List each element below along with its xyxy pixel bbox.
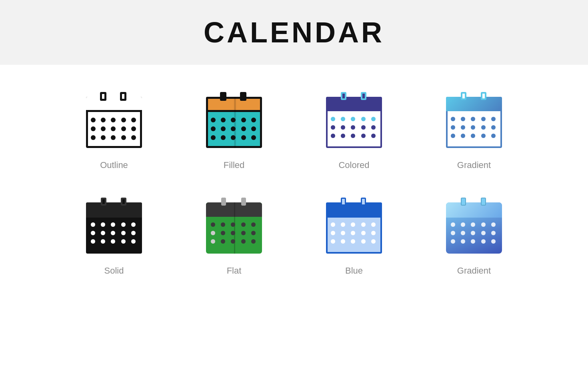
- cal-ring-right: [120, 92, 126, 101]
- icon-label-filled: Filled: [224, 160, 245, 170]
- icon-label-outline: Outline: [100, 160, 128, 170]
- icon-label-solid: Solid: [104, 266, 124, 276]
- icon-item-colored: Colored: [314, 89, 394, 170]
- calendar-icon-colored: [322, 89, 386, 153]
- cal-ring-right: [241, 198, 246, 206]
- calendar-icon-filled: [202, 89, 266, 153]
- cal-header-bar: [446, 202, 502, 218]
- cal-ring-left: [220, 92, 226, 101]
- icon-item-filled: Filled: [194, 89, 274, 170]
- icons-container: Outline Filled: [0, 65, 588, 292]
- cal-header-bar: [86, 97, 142, 112]
- calendar-icon-blue: [322, 194, 386, 258]
- cal-dots: [89, 116, 139, 142]
- cal-ring-left: [341, 198, 346, 206]
- icons-row-1: Outline Filled: [74, 89, 514, 170]
- cal-ring-right: [481, 198, 486, 206]
- calendar-icon-outline: [82, 89, 146, 153]
- icons-row-2: Solid Flat: [74, 194, 514, 276]
- page-title: CALENDAR: [204, 16, 384, 49]
- icon-label-colored: Colored: [338, 160, 369, 170]
- icon-item-flat: Flat: [194, 194, 274, 276]
- cal-ring-right: [240, 92, 246, 101]
- icon-label-gradient1: Gradient: [457, 160, 491, 170]
- cal-dots: [329, 221, 379, 245]
- cal-dots: [449, 221, 499, 245]
- cal-header-bar: [446, 97, 502, 111]
- cal-ring-left: [221, 198, 226, 206]
- cal-ring-right: [121, 198, 126, 206]
- cal-dots: [449, 115, 499, 140]
- cal-header-bar: [326, 97, 382, 111]
- icon-item-solid: Solid: [74, 194, 154, 276]
- cal-ring-left: [461, 92, 466, 100]
- calendar-icon-solid: [82, 194, 146, 258]
- icon-item-outline: Outline: [74, 89, 154, 170]
- cal-ring-right: [361, 198, 366, 206]
- cal-dots: [209, 116, 259, 142]
- icon-item-blue: Blue: [314, 194, 394, 276]
- cal-ring-left: [341, 92, 346, 100]
- cal-ring-right: [481, 92, 486, 100]
- icon-label-flat: Flat: [227, 266, 242, 276]
- cal-dots: [329, 115, 379, 140]
- icon-label-blue: Blue: [345, 266, 363, 276]
- calendar-icon-gradient1: [442, 89, 506, 153]
- cal-ring-right: [361, 92, 366, 100]
- cal-header-bar: [326, 202, 382, 218]
- calendar-icon-gradient2: [442, 194, 506, 258]
- icon-item-gradient2: Gradient: [434, 194, 514, 276]
- calendar-icon-flat: [202, 194, 266, 258]
- cal-dots: [89, 221, 139, 245]
- cal-ring-left: [100, 92, 106, 101]
- cal-dots: [209, 221, 259, 245]
- page-header: CALENDAR: [0, 0, 588, 65]
- cal-ring-left: [461, 198, 466, 206]
- cal-ring-left: [101, 198, 106, 206]
- cal-header-bar: [86, 202, 142, 218]
- icon-item-gradient1: Gradient: [434, 89, 514, 170]
- icon-label-gradient2: Gradient: [457, 266, 491, 276]
